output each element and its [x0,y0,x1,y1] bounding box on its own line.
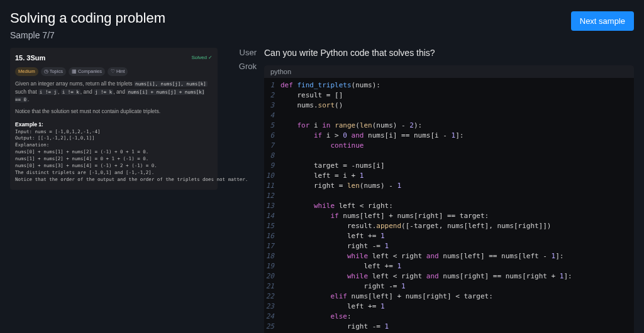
topics-chip[interactable]: ◷Topics [41,67,66,76]
code-line: 2 result = [] [264,90,634,101]
code-line: 22 elif nums[left] + nums[right] < targe… [264,292,634,302]
code-line: 25 right -= 1 [264,322,634,332]
code-line: 5 for i in range(len(nums) - 2): [264,121,634,131]
building-icon: ▦ [72,68,77,75]
code-line: 23 left += 1 [264,302,634,312]
code-line: 16 left += 1 [264,231,634,241]
hint-chip[interactable]: ♡Hint [108,67,128,76]
problem-description: Given an integer array nums, return all … [15,80,213,116]
problem-title: 15. 3Sum [15,53,45,63]
code-line: 4 [264,111,634,121]
user-label: User [226,48,264,58]
code-content[interactable]: 1def find_triplets(nums):2 result = []3 … [264,78,634,333]
code-line: 14 if nums[left] + nums[right] == target… [264,211,634,221]
code-line: 19 left += 1 [264,261,634,271]
difficulty-chip[interactable]: Medium [15,67,38,76]
code-line: 15 result.append([-target, nums[left], n… [264,221,634,231]
assistant-label: Grok [226,62,264,333]
companies-chip[interactable]: ▦Companies [69,67,105,76]
check-icon: ✓ [208,54,213,62]
solved-badge: Solved ✓ [192,54,213,62]
code-line: 18 while left < right and nums[left] == … [264,251,634,261]
code-line: 17 right -= 1 [264,241,634,251]
code-language-label: python [264,65,634,78]
example-block: Input: nums = [-1,0,1,2,-1,-4] Output: [… [15,129,213,183]
code-line: 11 right = len(nums) - 1 [264,181,634,191]
problem-card: 15. 3Sum Solved ✓ Medium ◷Topics ▦Compan… [10,48,218,190]
code-line: 7 continue [264,141,634,151]
page-title: Solving a coding problem [10,10,165,26]
code-line: 9 target = -nums[i] [264,161,634,171]
code-line: 12 [264,191,634,201]
code-line: 20 while left < right and nums[right] ==… [264,271,634,281]
user-message: Can you write Python code that solves th… [264,48,634,58]
code-line: 24 else: [264,312,634,322]
sample-counter: Sample 7/7 [10,30,165,40]
code-line: 8 [264,151,634,161]
code-block: python 1def find_triplets(nums):2 result… [264,65,634,333]
code-line: 3 nums.sort() [264,101,634,111]
code-line: 10 left = i + 1 [264,171,634,181]
example-label: Example 1: [15,121,213,129]
code-line: 1def find_triplets(nums): [264,80,634,90]
code-line: 21 right -= 1 [264,281,634,292]
next-sample-button[interactable]: Next sample [571,11,634,31]
tag-icon: ◷ [44,68,48,75]
code-line: 13 while left < right: [264,201,634,211]
code-line: 6 if i > 0 and nums[i] == nums[i - 1]: [264,131,634,141]
bulb-icon: ♡ [111,68,115,75]
